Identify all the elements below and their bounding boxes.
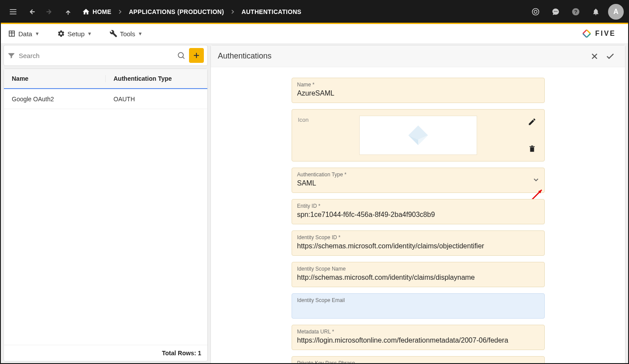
svg-point-6 [533, 9, 539, 15]
svg-point-10 [557, 11, 557, 12]
table-body: Google OAuth2 OAUTH [4, 89, 207, 345]
left-panel: Name Authentication Type Google OAuth2 O… [1, 43, 210, 363]
brand-icon [581, 28, 592, 39]
menu-data-label: Data [18, 30, 32, 38]
field-metadata-label: Metadata URL * [297, 329, 539, 335]
field-scope-id-label: Identity Scope ID * [297, 234, 539, 240]
search-row [3, 45, 208, 66]
menu-setup[interactable]: Setup ▼ [57, 30, 92, 38]
svg-point-7 [534, 10, 537, 14]
menu-data[interactable]: Data ▼ [8, 30, 40, 38]
svg-marker-23 [538, 190, 542, 193]
detail-title: Authentications [218, 52, 272, 61]
cell-name: Google OAuth2 [4, 96, 106, 103]
svg-point-9 [555, 11, 556, 12]
menu-tools-label: Tools [120, 30, 135, 38]
save-button[interactable] [602, 48, 618, 64]
menu-setup-label: Setup [68, 30, 85, 38]
field-scope-id-value: https://schemas.microsoft.com/identity/c… [297, 242, 539, 251]
check-icon [605, 52, 615, 61]
back-icon[interactable] [24, 4, 39, 20]
close-button[interactable] [587, 48, 602, 64]
field-name[interactable]: Name * AzureSAML [292, 78, 545, 103]
breadcrumb-authentications[interactable]: AUTHENTICATIONS [239, 8, 304, 15]
delete-icon-button[interactable] [526, 143, 538, 155]
chat-icon[interactable] [548, 4, 564, 20]
field-icon: Icon [292, 109, 545, 161]
table-header: Name Authentication Type [4, 69, 207, 89]
gear-icon [57, 30, 65, 38]
svg-line-14 [183, 57, 185, 59]
home-icon [82, 8, 90, 16]
icon-actions [526, 116, 538, 155]
up-icon[interactable] [60, 4, 76, 20]
bell-icon[interactable] [588, 4, 604, 20]
svg-text:?: ? [574, 9, 577, 14]
brand-text: FIVE [595, 30, 616, 38]
add-button[interactable] [189, 48, 204, 63]
pencil-icon [528, 117, 536, 126]
avatar[interactable]: A [608, 4, 624, 20]
field-entity-id[interactable]: Entity ID * spn:1ce71044-f6fc-456a-8f49-… [292, 199, 545, 224]
icon-preview [359, 116, 477, 155]
field-scope-email-label: Identity Scope Email [297, 297, 539, 303]
breadcrumb-home[interactable]: HOME [90, 8, 114, 15]
tools-icon [110, 30, 117, 38]
topbar-left: HOME APPLICATIONS (PRODUCTION) AUTHENTIC… [5, 4, 304, 20]
field-scope-email-value [297, 305, 539, 314]
breadcrumb-applications[interactable]: APPLICATIONS (PRODUCTION) [126, 8, 227, 15]
edit-icon-button[interactable] [526, 116, 538, 128]
chevron-right-icon [114, 8, 126, 15]
field-metadata-value: https://login.microsoftonline.com/federa… [297, 337, 539, 345]
forward-icon [42, 4, 58, 20]
help-icon[interactable]: ? [568, 4, 584, 20]
field-auth-type-label: Authentication Type * [297, 172, 539, 178]
field-metadata[interactable]: Metadata URL * https://login.microsofton… [292, 325, 545, 350]
chevron-down-icon: ▼ [35, 31, 40, 36]
breadcrumb: HOME APPLICATIONS (PRODUCTION) AUTHENTIC… [82, 8, 304, 16]
brand: FIVE [581, 28, 621, 39]
field-auth-type[interactable]: Authentication Type * SAML [292, 168, 545, 193]
trash-icon [528, 145, 536, 153]
menu-bar: Data ▼ Setup ▼ Tools ▼ FIVE [1, 24, 628, 43]
chevron-down-icon: ▼ [138, 31, 143, 36]
list-card: Name Authentication Type Google OAuth2 O… [3, 69, 208, 361]
menu-icon[interactable] [5, 4, 21, 20]
svg-point-13 [178, 52, 183, 58]
table-row[interactable]: Google OAuth2 OAUTH [4, 89, 207, 109]
search-icon[interactable] [177, 51, 186, 60]
topbar-right: ? A [528, 4, 624, 20]
chevron-down-icon: ▼ [87, 31, 92, 36]
field-scope-id[interactable]: Identity Scope ID * https://schemas.micr… [292, 230, 545, 256]
table-icon [8, 30, 16, 38]
plus-icon [192, 51, 201, 60]
field-passphrase-label: Private Key Pass Phrase [297, 360, 539, 364]
column-type[interactable]: Authentication Type [106, 75, 207, 82]
close-icon [590, 52, 599, 61]
filter-icon[interactable] [7, 52, 15, 59]
field-scope-name[interactable]: Identity Scope Name http://schemas.micro… [292, 262, 545, 287]
field-scope-email[interactable]: Identity Scope Email [292, 293, 545, 319]
topbar: HOME APPLICATIONS (PRODUCTION) AUTHENTIC… [1, 1, 628, 23]
field-passphrase[interactable]: Private Key Pass Phrase TestPassPhrase [292, 356, 545, 364]
field-entity-id-value: spn:1ce71044-f6fc-456a-8f49-2ba4f903c8b9 [297, 211, 539, 220]
chevron-down-icon [532, 176, 540, 185]
detail-header: Authentications [211, 45, 625, 67]
field-name-value: AzureSAML [297, 89, 539, 98]
cell-type: OAUTH [106, 96, 207, 103]
search-input[interactable] [19, 52, 173, 59]
total-rows: Total Rows: 1 [4, 345, 207, 361]
right-panel: Authentications Name * AzureSAML Icon [210, 43, 628, 363]
field-scope-name-label: Identity Scope Name [297, 266, 539, 272]
svg-point-8 [554, 11, 555, 12]
form-scroll[interactable]: Name * AzureSAML Icon [211, 67, 625, 364]
main-area: Name Authentication Type Google OAuth2 O… [1, 43, 628, 363]
field-scope-name-value: http://schemas.microsoft.com/identity/cl… [297, 274, 539, 282]
chevron-right-icon [227, 8, 239, 15]
diamond-icon [405, 122, 431, 148]
detail-card: Authentications Name * AzureSAML Icon [210, 45, 626, 364]
column-name[interactable]: Name [4, 75, 106, 82]
menu-tools[interactable]: Tools ▼ [110, 30, 143, 38]
cloud-icon[interactable] [528, 4, 543, 20]
field-name-label: Name * [297, 82, 539, 88]
